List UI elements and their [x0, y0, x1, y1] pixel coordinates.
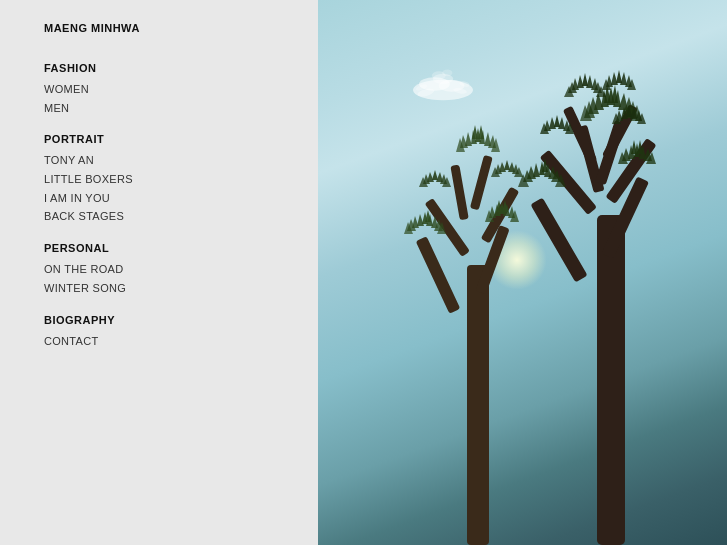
- nav-item-tony-an[interactable]: TONY AN: [44, 151, 318, 170]
- nav-item-back-stages[interactable]: BACK STAGES: [44, 207, 318, 226]
- svg-marker-117: [586, 75, 593, 88]
- nav-section-fashion: FASHION WOMEN MEN: [44, 62, 318, 117]
- svg-marker-54: [504, 160, 510, 170]
- svg-marker-103: [558, 117, 565, 129]
- svg-rect-61: [597, 215, 625, 545]
- nav-section-portrait: PORTRAIT TONY AN LITTLE BOXERS I AM IN Y…: [44, 133, 318, 226]
- nav-section-personal: PERSONAL ON THE ROAD WINTER SONG: [44, 242, 318, 297]
- nav-item-on-the-road[interactable]: ON THE ROAD: [44, 260, 318, 279]
- nav-item-i-am-in-you[interactable]: I AM IN YOU: [44, 189, 318, 208]
- svg-marker-47: [432, 170, 438, 180]
- svg-rect-16: [470, 155, 493, 210]
- nav-item-men[interactable]: MEN: [44, 99, 318, 118]
- svg-rect-15: [450, 165, 468, 221]
- sidebar: MAENG MINHWA FASHION WOMEN MEN PORTRAIT …: [0, 0, 318, 545]
- nav-item-little-boxers[interactable]: LITTLE BOXERS: [44, 170, 318, 189]
- svg-rect-11: [416, 236, 461, 314]
- nav-item-winter-song[interactable]: WINTER SONG: [44, 279, 318, 298]
- svg-marker-126: [620, 72, 627, 85]
- svg-marker-104: [549, 117, 556, 129]
- svg-marker-118: [577, 75, 584, 88]
- svg-marker-125: [616, 70, 622, 83]
- nav-category-portrait: PORTRAIT: [44, 133, 318, 145]
- nav-category-fashion: FASHION: [44, 62, 318, 74]
- nav-category-personal: PERSONAL: [44, 242, 318, 254]
- svg-rect-62: [530, 198, 587, 283]
- svg-rect-10: [467, 265, 489, 545]
- svg-marker-102: [554, 115, 560, 127]
- site-title[interactable]: MAENG MINHWA: [44, 22, 318, 34]
- svg-marker-127: [611, 72, 618, 85]
- svg-marker-30: [417, 214, 424, 226]
- nav-category-biography: BIOGRAPHY: [44, 314, 318, 326]
- svg-marker-116: [582, 73, 588, 86]
- svg-marker-101: [631, 140, 637, 154]
- nav-section-biography: BIOGRAPHY CONTACT: [44, 314, 318, 351]
- nav-item-women[interactable]: WOMEN: [44, 80, 318, 99]
- main-image: [318, 0, 727, 545]
- nav-item-contact[interactable]: CONTACT: [44, 332, 318, 351]
- joshua-tree: [347, 65, 727, 545]
